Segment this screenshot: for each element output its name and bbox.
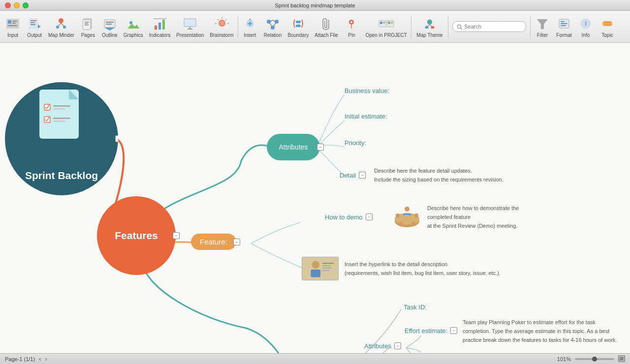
outline-label: Outline (102, 32, 118, 38)
toolbar-boundary[interactable]: Boundary (284, 12, 312, 41)
attributes-top-label: Attributes (279, 143, 308, 151)
svg-line-49 (274, 23, 276, 26)
svg-rect-7 (31, 22, 35, 23)
detail-node[interactable]: Detail − (340, 171, 356, 180)
meeting-icon (392, 199, 422, 233)
status-left: Page-1 (1/1) ‹ › (5, 355, 47, 363)
toolbar-mapminder[interactable]: Map Minder (45, 12, 77, 41)
svg-rect-8 (31, 24, 35, 25)
svg-line-37 (225, 19, 226, 20)
toolbar-pages[interactable]: Pages (77, 12, 99, 41)
svg-rect-72 (561, 21, 565, 22)
how-to-demo-node[interactable]: How to demo − (325, 212, 363, 221)
detail-label: Detail (340, 172, 356, 179)
how-to-demo-note-label: Describe here how to demonstrate the com… (427, 205, 519, 229)
status-bar: Page-1 (1/1) ‹ › 101% (0, 353, 630, 364)
toolbar-project[interactable]: Open in PROJECT (362, 12, 410, 41)
attributes-bottom-node[interactable]: Attributes − (364, 341, 391, 350)
toolbar-brainstorm[interactable]: Brainstorm (207, 12, 236, 41)
hyperlink-image-node[interactable] (302, 257, 339, 280)
svg-rect-103 (322, 270, 330, 271)
toolbar-filter[interactable]: Filter (532, 12, 553, 41)
project-label: Open in PROJECT (365, 32, 407, 38)
svg-point-95 (414, 213, 418, 217)
format-icon (556, 16, 572, 31)
topic-label: Topic (601, 32, 613, 38)
fit-page-btn[interactable] (618, 355, 625, 363)
toolbar-maptheme[interactable]: Map Theme (412, 12, 447, 41)
toolbar-attach[interactable]: Attach File (312, 12, 341, 41)
toolbar-info[interactable]: i Info (575, 12, 597, 41)
svg-rect-5 (29, 18, 38, 29)
svg-point-14 (63, 26, 66, 29)
how-to-demo-collapse-btn[interactable]: − (366, 213, 373, 220)
initial-estimate-node[interactable]: Initial estimate: (345, 112, 387, 121)
svg-rect-6 (31, 20, 36, 21)
toolbar-outline[interactable]: Outline (99, 12, 121, 41)
search-input[interactable] (464, 24, 523, 30)
svg-rect-19 (85, 25, 89, 26)
features-node[interactable]: Features − (97, 196, 176, 275)
zoom-level: 101% (557, 356, 571, 362)
sprint-collapse-btn[interactable]: − (115, 135, 118, 142)
svg-text:i: i (585, 20, 587, 27)
business-value-node[interactable]: Business value: (345, 86, 389, 95)
svg-rect-90 (53, 121, 65, 122)
hyperlink-note-label: Insert the hyperlink to the detail descr… (345, 261, 501, 276)
toolbar-output[interactable]: Output (24, 12, 45, 41)
sprint-backlog-node[interactable]: Sprint Backlog − (5, 82, 118, 195)
svg-rect-50 (296, 21, 301, 23)
window-controls (5, 2, 29, 8)
graphics-label: Graphics (124, 32, 143, 38)
nav-next[interactable]: › (45, 355, 47, 363)
toolbar-presentation[interactable]: Presentation (173, 12, 207, 41)
toolbar-topic[interactable]: Topic (597, 12, 618, 41)
effort-collapse-btn[interactable]: − (450, 327, 457, 334)
toolbar-insert[interactable]: Insert (239, 12, 261, 41)
toolbar-input[interactable]: Input (2, 12, 24, 41)
attributes-bottom-collapse-btn[interactable]: − (394, 342, 401, 349)
pages-icon (80, 16, 96, 31)
svg-rect-4 (8, 25, 17, 26)
zoom-slider[interactable] (575, 358, 614, 360)
toolbar-pin[interactable]: Pin (341, 12, 362, 41)
feature-node[interactable]: Feature: − (191, 234, 236, 250)
effort-estimate-node[interactable]: Effort estimate: − (405, 326, 447, 335)
toolbar-search[interactable] (449, 12, 529, 41)
svg-marker-23 (104, 28, 115, 30)
svg-point-96 (399, 222, 403, 226)
priority-top-node[interactable]: Priority: (345, 138, 366, 147)
pin-icon (344, 16, 359, 31)
attributes-top-node[interactable]: Attributes − (267, 134, 320, 160)
insert-label: Insert (244, 32, 256, 38)
attributes-top-collapse-btn[interactable]: − (317, 144, 324, 151)
feature-collapse-btn[interactable]: − (233, 239, 240, 245)
filter-label: Filter (537, 32, 548, 38)
svg-rect-2 (12, 21, 17, 22)
effort-note-label: Team play Planning Poker to estimate eff… (463, 319, 617, 343)
separator-3 (448, 16, 448, 38)
svg-rect-28 (158, 23, 161, 30)
detail-note-label: Describe here the feature detail updates… (374, 168, 504, 182)
priority-top-label: Priority: (345, 139, 366, 147)
toolbar-format[interactable]: Format (553, 12, 575, 41)
features-collapse-btn[interactable]: − (173, 232, 180, 239)
canvas[interactable]: Sprint Backlog − Features − Feature: − A… (0, 43, 630, 353)
search-box[interactable] (452, 21, 526, 32)
brainstorm-label: Brainstorm (210, 32, 233, 38)
detail-collapse-btn[interactable]: − (359, 172, 366, 179)
toolbar-relation[interactable]: Relation (261, 12, 285, 41)
indicators-icon (152, 16, 168, 31)
task-id-node[interactable]: Task ID: (404, 303, 427, 311)
maximize-button[interactable] (23, 2, 29, 8)
minimize-button[interactable] (14, 2, 20, 8)
separator-1 (238, 16, 238, 38)
zoom-thumb (592, 357, 597, 362)
nav-prev[interactable]: ‹ (39, 355, 41, 363)
toolbar-graphics[interactable]: Graphics (121, 12, 146, 41)
svg-rect-21 (106, 22, 114, 23)
svg-point-98 (312, 261, 319, 269)
relation-label: Relation (264, 32, 282, 38)
toolbar-indicators[interactable]: Indicators (146, 12, 173, 41)
close-button[interactable] (5, 2, 11, 8)
